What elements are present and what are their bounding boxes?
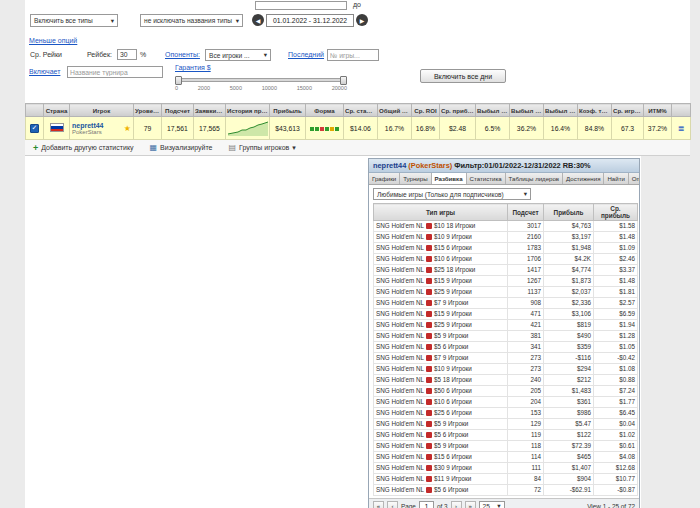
include-all-days-button[interactable]: Включить все дни	[420, 69, 506, 83]
guarantee-slider-track[interactable]	[175, 78, 347, 82]
avg-profit-cell: $1.08	[594, 364, 638, 375]
count-cell: 381	[508, 331, 544, 342]
breakdown-row[interactable]: SNG Hold'em NL$7 9 Игроки273-$116-$0.42	[374, 353, 638, 364]
last-page-button[interactable]: »	[465, 501, 476, 508]
date-range-picker[interactable]: 01.01.2022 - 31.12.2022	[266, 14, 354, 27]
stat-turbo-ratio: 84.8%	[578, 117, 612, 140]
breakdown-row[interactable]: SNG Hold'em NL$25 6 Игроки153$986$6.45	[374, 408, 638, 419]
panel-tab-1[interactable]: Турниры	[400, 173, 431, 184]
prev-page-button[interactable]: ‹	[387, 501, 398, 508]
breakdown-row[interactable]: SNG Hold'em NL$25 18 Игроки1417$4,774$3.…	[374, 265, 638, 276]
stats-column-header[interactable]: Выбыл ран...	[476, 104, 510, 117]
exclude-names-dropdown[interactable]: не исключать названия типы ▾	[140, 14, 243, 27]
stats-column-header[interactable]: Выбыл сре...	[510, 104, 544, 117]
next-page-button[interactable]: ›	[451, 501, 462, 508]
stats-column-header[interactable]: Заявки и т...	[194, 104, 226, 117]
games-filter-select[interactable]: Любимые игры (Только для подписчиков) ▾	[373, 188, 531, 200]
stats-column-header[interactable]: История прибыли	[226, 104, 270, 117]
less-options-link[interactable]: Меньше опций	[29, 37, 77, 44]
breakdown-row[interactable]: SNG Hold'em NL$5 6 Игроки119$122$1.02	[374, 430, 638, 441]
breakdown-row[interactable]: SNG Hold'em NL$11 9 Игроки84$904$10.77	[374, 474, 638, 485]
stats-column-header[interactable]: Ср. ставка	[344, 104, 378, 117]
stats-column-header[interactable]: Выбыл поз...	[544, 104, 578, 117]
breakdown-row[interactable]: SNG Hold'em NL$5 6 Игроки72-$62.91-$0.87	[374, 485, 638, 496]
breakdown-row[interactable]: SNG Hold'em NL$10 18 Игроки3017$4,763$1.…	[374, 221, 638, 232]
stats-column-header[interactable]: Форма	[306, 104, 344, 117]
player-detail-panel: neprett44 (PokerStars) Фильтр:01/01/2022…	[368, 158, 640, 508]
stats-column-header[interactable]: Ср. ROI	[412, 104, 440, 117]
player-groups-dropdown[interactable]: ▤ Группы игроков ▾	[229, 143, 296, 152]
include-types-dropdown[interactable]: Включить все типы ▾	[30, 14, 118, 27]
row-menu-icon[interactable]: ≣	[678, 124, 685, 133]
panel-tab-7[interactable]: Опубликовать	[629, 173, 639, 184]
panel-tab-3[interactable]: Статистика	[467, 173, 506, 184]
panel-tab-4[interactable]: Таблицы лидеров	[506, 173, 564, 184]
panel-tab-5[interactable]: Достижения	[563, 173, 604, 184]
first-page-button[interactable]: «	[373, 501, 384, 508]
date-prev-button[interactable]: ◀	[252, 14, 264, 26]
add-stat-button[interactable]: + Добавить другую статистику	[33, 143, 134, 153]
panel-player-name[interactable]: neprett44	[373, 161, 406, 170]
stats-column-header[interactable]: Уровень	[134, 104, 162, 117]
breakdown-column-header[interactable]: Тип игры	[374, 204, 508, 221]
breakdown-row[interactable]: SNG Hold'em NL$5 9 Игроки118$72.39$0.61	[374, 441, 638, 452]
breakdown-row[interactable]: SNG Hold'em NL$25 9 Игроки421$819$1.94	[374, 320, 638, 331]
stats-column-header[interactable]: Ср. прибыль	[440, 104, 476, 117]
panel-tab-0[interactable]: Графики	[369, 173, 400, 184]
tournament-name-input[interactable]	[67, 66, 163, 78]
breakdown-column-header[interactable]: Подсчет	[508, 204, 544, 221]
last-game-link[interactable]: Последний	[288, 51, 324, 58]
row-checkbox[interactable]: ✓	[30, 124, 39, 133]
stats-column-header[interactable]: ИТМ%	[644, 104, 672, 117]
breakdown-row[interactable]: SNG Hold'em NL$10 6 Игроки1706$4.2K$2.46	[374, 254, 638, 265]
stats-column-header[interactable]: Игрок	[70, 104, 134, 117]
breakdown-row[interactable]: SNG Hold'em NL$5 9 Игроки129$5.47$0.04	[374, 419, 638, 430]
breakdown-row[interactable]: SNG Hold'em NL$5 18 Игроки240$212$0.88	[374, 375, 638, 386]
breakdown-row[interactable]: SNG Hold'em NL$50 6 Игроки205$1,483$7.24	[374, 386, 638, 397]
date-next-button[interactable]: ▶	[356, 14, 368, 26]
stats-column-header[interactable]	[672, 104, 691, 117]
includes-link[interactable]: Включает	[29, 68, 60, 75]
page-size-select[interactable]: 25 ▾	[479, 501, 505, 508]
guarantee-link[interactable]: Гарантия $	[175, 64, 211, 71]
stats-column-header[interactable]	[26, 104, 44, 117]
stats-column-header[interactable]: Коэф. турб...	[578, 104, 612, 117]
player-stats-table: СтранаИгрокУровеньПодсчетЗаявки и т...Ис…	[25, 103, 691, 140]
breakdown-row[interactable]: SNG Hold'em NL$7 9 Игроки908$2,336$2.57	[374, 298, 638, 309]
opponents-dropdown[interactable]: Все игроки ... ▾	[205, 49, 271, 61]
breakdown-row[interactable]: SNG Hold'em NL$10 9 Игроки2160$3,197$1.4…	[374, 232, 638, 243]
breakdown-row[interactable]: SNG Hold'em NL$30 9 Игроки111$1,407$12.6…	[374, 463, 638, 474]
breakdown-row[interactable]: SNG Hold'em NL$15 6 Игроки114$465$4.08	[374, 452, 638, 463]
guarantee-slider-handle-max[interactable]	[340, 76, 347, 85]
game-number-input[interactable]	[327, 49, 379, 61]
stats-column-header[interactable]: Ср. игры /...	[612, 104, 644, 117]
profit-sparkline[interactable]	[228, 121, 268, 136]
site-icon	[426, 289, 432, 295]
breakdown-column-header[interactable]: Прибыль	[544, 204, 594, 221]
stats-column-header[interactable]: Общий ROI	[378, 104, 412, 117]
stats-column-header[interactable]: Прибыль	[270, 104, 306, 117]
stats-column-header[interactable]: Страна	[44, 104, 70, 117]
stats-column-header[interactable]: Подсчет	[162, 104, 194, 117]
breakdown-row[interactable]: SNG Hold'em NL$25 9 Игроки1137$2,037$1.8…	[374, 287, 638, 298]
favorite-star-icon[interactable]: ★	[124, 124, 131, 133]
breakdown-row[interactable]: SNG Hold'em NL$5 9 Игроки381$490$1.28	[374, 331, 638, 342]
opponents-link[interactable]: Опоненты:	[165, 51, 200, 58]
panel-tab-2[interactable]: Разбивка	[432, 173, 467, 184]
avg-profit-cell: $4.08	[594, 452, 638, 463]
breakdown-row[interactable]: SNG Hold'em NL$15 9 Игроки471$3,106$6.59	[374, 309, 638, 320]
guarantee-slider-handle-min[interactable]	[175, 76, 182, 85]
rakeback-input[interactable]	[117, 49, 137, 60]
breakdown-column-header[interactable]: Ср. прибыль	[594, 204, 638, 221]
panel-tab-6[interactable]: Найти	[604, 173, 628, 184]
game-type-cell: SNG Hold'em NL$15 9 Игроки	[374, 276, 508, 287]
breakdown-row[interactable]: SNG Hold'em NL$15 9 Игроки1267$1,873$1.4…	[374, 276, 638, 287]
breakdown-row[interactable]: SNG Hold'em NL$10 6 Игроки204$361$1.77	[374, 397, 638, 408]
visualize-button[interactable]: ▦ Визуализируйте	[150, 143, 213, 152]
page-input[interactable]	[419, 501, 434, 508]
amount-to-input[interactable]	[255, 1, 347, 10]
player-link[interactable]: neprett44	[72, 122, 104, 129]
breakdown-row[interactable]: SNG Hold'em NL$10 9 Игроки273$294$1.08	[374, 364, 638, 375]
breakdown-row[interactable]: SNG Hold'em NL$5 6 Игроки341$359$1.05	[374, 342, 638, 353]
breakdown-row[interactable]: SNG Hold'em NL$15 6 Игроки1783$1,948$1.0…	[374, 243, 638, 254]
